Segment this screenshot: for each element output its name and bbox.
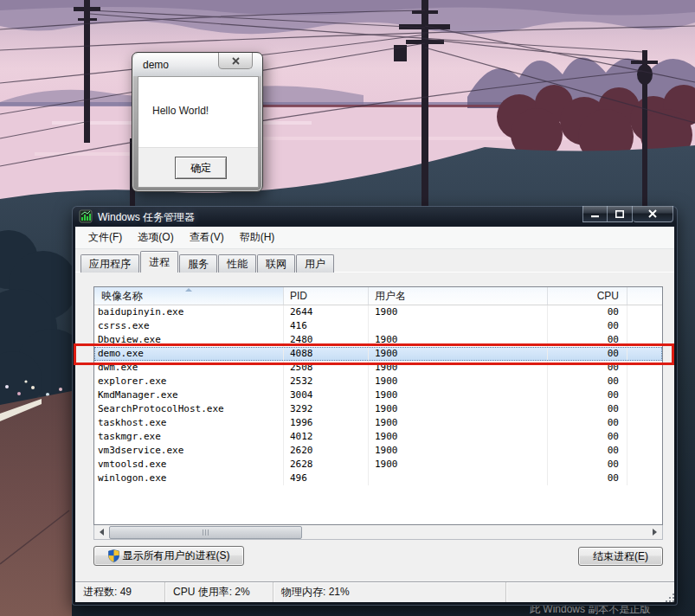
process-pid-cell: 2644 bbox=[284, 305, 369, 319]
process-user-cell: 1900 bbox=[369, 361, 548, 375]
process-pid-cell: 1996 bbox=[284, 416, 369, 430]
process-cpu-cell: 00 bbox=[548, 416, 627, 430]
menu-item-file[interactable]: 文件(F) bbox=[80, 227, 130, 248]
tab-strip: 应用程序进程服务性能联网用户 bbox=[80, 251, 335, 273]
process-user-cell: 1900 bbox=[369, 305, 548, 319]
demo-dialog-title: demo bbox=[143, 59, 169, 71]
process-user-cell: 1900 bbox=[369, 388, 548, 402]
menu-item-options[interactable]: 选项(O) bbox=[130, 227, 181, 248]
process-row-explorer.exe[interactable]: explorer.exe2532190000 bbox=[94, 375, 662, 388]
sort-ascending-icon bbox=[185, 288, 192, 292]
horizontal-scrollbar[interactable] bbox=[93, 525, 663, 540]
tab-users[interactable]: 用户 bbox=[296, 254, 334, 273]
process-name-cell: baidupinyin.exe bbox=[94, 305, 284, 319]
process-row-demo.exe[interactable]: demo.exe4088190000 bbox=[94, 347, 662, 361]
status-process-count: 进程数: 49 bbox=[75, 582, 165, 602]
column-header-pid[interactable]: PID bbox=[284, 287, 369, 305]
process-pid-cell: 3292 bbox=[284, 402, 369, 416]
process-user-cell bbox=[369, 472, 548, 485]
process-spacer-cell bbox=[627, 416, 662, 430]
task-manager-icon bbox=[79, 209, 93, 223]
process-row-taskmgr.exe[interactable]: taskmgr.exe4012190000 bbox=[94, 430, 662, 444]
process-user-cell: 1900 bbox=[369, 333, 548, 347]
process-row-KmdManager.exe[interactable]: KmdManager.exe3004190000 bbox=[94, 388, 662, 402]
process-cpu-cell: 00 bbox=[548, 444, 627, 458]
demo-dialog-close-button[interactable] bbox=[218, 53, 253, 69]
show-all-users-button[interactable]: 显示所有用户的进程(S) bbox=[93, 546, 244, 566]
minimize-button[interactable] bbox=[582, 206, 608, 222]
process-cpu-cell: 00 bbox=[548, 458, 627, 472]
process-row-vm3dservice.exe[interactable]: vm3dservice.exe2620190000 bbox=[94, 444, 662, 458]
task-manager-titlebar[interactable]: Windows 任务管理器 bbox=[72, 206, 678, 227]
scrollbar-thumb[interactable] bbox=[109, 526, 302, 539]
processes-tab-page: 应用程序进程服务性能联网用户 映像名称 PID 用户名 CPU bbox=[75, 249, 674, 581]
process-spacer-cell bbox=[627, 402, 662, 416]
scrollbar-grip-icon bbox=[203, 529, 209, 536]
column-header-cpu[interactable]: CPU bbox=[548, 287, 627, 305]
process-name-cell: taskmgr.exe bbox=[94, 430, 284, 444]
end-process-button[interactable]: 结束进程(E) bbox=[578, 547, 663, 566]
process-pid-cell: 496 bbox=[284, 472, 369, 485]
tab-performance[interactable]: 性能 bbox=[218, 254, 256, 273]
process-spacer-cell bbox=[627, 319, 662, 333]
process-name-cell: dwm.exe bbox=[94, 361, 284, 375]
column-header-spacer bbox=[627, 287, 662, 305]
process-spacer-cell bbox=[627, 388, 662, 402]
tab-applications[interactable]: 应用程序 bbox=[80, 254, 139, 273]
menu-item-help[interactable]: 帮助(H) bbox=[232, 227, 283, 248]
process-pid-cell: 416 bbox=[284, 319, 369, 333]
tab-services[interactable]: 服务 bbox=[179, 254, 217, 273]
status-bar: 进程数: 49 CPU 使用率: 2% 物理内存: 21% bbox=[75, 581, 674, 602]
process-list-header: 映像名称 PID 用户名 CPU bbox=[94, 287, 662, 305]
process-cpu-cell: 00 bbox=[548, 430, 627, 444]
process-user-cell: 1900 bbox=[369, 402, 548, 416]
process-pid-cell: 2532 bbox=[284, 375, 369, 388]
process-spacer-cell bbox=[627, 472, 662, 485]
process-user-cell: 1900 bbox=[369, 430, 548, 444]
process-cpu-cell: 00 bbox=[548, 402, 627, 416]
column-header-image-name[interactable]: 映像名称 bbox=[94, 287, 284, 305]
process-row-SearchProtocolHost.exe[interactable]: SearchProtocolHost.exe3292190000 bbox=[94, 402, 662, 416]
process-user-cell: 1900 bbox=[369, 458, 548, 472]
tab-processes[interactable]: 进程 bbox=[140, 251, 178, 273]
process-name-cell: explorer.exe bbox=[94, 375, 284, 388]
process-spacer-cell bbox=[627, 333, 662, 347]
process-row-csrss.exe[interactable]: csrss.exe41600 bbox=[94, 319, 662, 333]
scroll-right-button[interactable] bbox=[647, 526, 662, 539]
scroll-left-button[interactable] bbox=[94, 526, 109, 539]
process-row-Dbgview.exe[interactable]: Dbgview.exe2480190000 bbox=[94, 333, 662, 347]
maximize-button[interactable] bbox=[608, 206, 633, 222]
process-row-taskhost.exe[interactable]: taskhost.exe1996190000 bbox=[94, 416, 662, 430]
ok-button[interactable]: 确定 bbox=[175, 157, 227, 179]
process-cpu-cell: 00 bbox=[548, 333, 627, 347]
scrollbar-track[interactable] bbox=[109, 526, 647, 539]
process-list[interactable]: 映像名称 PID 用户名 CPU baidupinyin.exe26441900… bbox=[93, 286, 663, 525]
process-user-cell bbox=[369, 319, 548, 333]
process-cpu-cell: 00 bbox=[548, 305, 627, 319]
process-spacer-cell bbox=[627, 375, 662, 388]
tab-networking[interactable]: 联网 bbox=[257, 254, 295, 273]
process-name-cell: winlogon.exe bbox=[94, 472, 284, 485]
demo-dialog-message-area: Hello World! bbox=[138, 77, 258, 147]
process-row-winlogon.exe[interactable]: winlogon.exe49600 bbox=[94, 472, 662, 485]
process-row-dwm.exe[interactable]: dwm.exe2508190000 bbox=[94, 361, 662, 375]
hello-world-text: Hello World! bbox=[152, 105, 209, 117]
process-cpu-cell: 00 bbox=[548, 472, 627, 485]
menu-item-view[interactable]: 查看(V) bbox=[182, 227, 232, 248]
demo-dialog-footer: 确定 bbox=[138, 147, 258, 187]
resize-grip[interactable] bbox=[665, 593, 675, 603]
process-pid-cell: 3004 bbox=[284, 388, 369, 402]
close-icon bbox=[232, 57, 240, 65]
process-name-cell: vmtoolsd.exe bbox=[94, 458, 284, 472]
minimize-icon bbox=[591, 210, 599, 218]
process-pid-cell: 4088 bbox=[284, 347, 369, 361]
process-name-cell: taskhost.exe bbox=[94, 416, 284, 430]
process-row-baidupinyin.exe[interactable]: baidupinyin.exe2644190000 bbox=[94, 305, 662, 319]
demo-dialog-client: Hello World! 确定 bbox=[138, 76, 259, 188]
scroll-right-icon bbox=[653, 529, 657, 536]
close-button[interactable] bbox=[633, 206, 673, 222]
desktop: 此 Windows 副本不是正版 demo Hello World! 确定 bbox=[0, 0, 695, 616]
process-row-vmtoolsd.exe[interactable]: vmtoolsd.exe2628190000 bbox=[94, 458, 662, 472]
column-header-user[interactable]: 用户名 bbox=[369, 287, 548, 305]
process-spacer-cell bbox=[627, 444, 662, 458]
